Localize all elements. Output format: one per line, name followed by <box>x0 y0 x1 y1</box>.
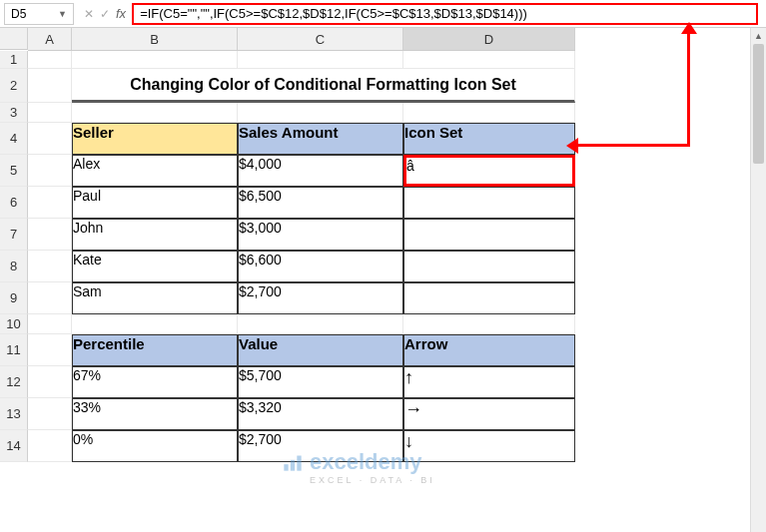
row-header-4[interactable]: 4 <box>0 123 28 155</box>
cell[interactable] <box>28 103 72 123</box>
icon-cell[interactable] <box>403 282 575 314</box>
header-arrow[interactable]: Arrow <box>403 334 575 366</box>
formula-input[interactable]: =IF(C5="","",IF(C5>=$C$12,$D$12,IF(C5>=$… <box>132 3 758 25</box>
callout-line <box>687 28 690 146</box>
vertical-scrollbar[interactable]: ▲ <box>750 28 766 532</box>
cell[interactable] <box>403 314 575 334</box>
column-header-row: A B C D <box>0 28 766 51</box>
scroll-thumb[interactable] <box>753 44 764 164</box>
select-all-corner[interactable] <box>0 28 28 50</box>
cell[interactable] <box>238 314 403 334</box>
seller-amount[interactable]: $3,000 <box>238 219 403 251</box>
row-header-1[interactable]: 1 <box>0 51 28 69</box>
row-header-3[interactable]: 3 <box>0 103 28 123</box>
formula-text: =IF(C5="","",IF(C5>=$C$12,$D$12,IF(C5>=$… <box>140 6 527 21</box>
row-header-5[interactable]: 5 <box>0 155 28 187</box>
row-header-2[interactable]: 2 <box>0 69 28 103</box>
cell[interactable] <box>28 251 72 282</box>
icon-cell[interactable] <box>403 187 575 219</box>
cell[interactable] <box>28 123 72 155</box>
seller-name[interactable]: Kate <box>72 251 238 282</box>
row-header-14[interactable]: 14 <box>0 430 28 462</box>
seller-name[interactable]: Alex <box>72 155 238 187</box>
row-header-8[interactable]: 8 <box>0 251 28 282</box>
cell[interactable] <box>28 366 72 398</box>
cell[interactable] <box>72 103 238 123</box>
header-percentile[interactable]: Percentile <box>72 334 238 366</box>
cell[interactable] <box>72 51 238 69</box>
seller-amount[interactable]: $6,500 <box>238 187 403 219</box>
row-header-9[interactable]: 9 <box>0 282 28 314</box>
chevron-down-icon[interactable]: ▼ <box>58 9 67 19</box>
row-header-6[interactable]: 6 <box>0 187 28 219</box>
selected-cell-d5[interactable]: â <box>403 155 575 187</box>
arrow-up-icon[interactable]: ↑ <box>403 366 575 398</box>
cell[interactable] <box>403 103 575 123</box>
icon-cell[interactable] <box>403 219 575 251</box>
cell[interactable] <box>403 51 575 69</box>
pct-cell[interactable]: 33% <box>72 398 238 430</box>
name-box-value: D5 <box>11 7 26 21</box>
page-title[interactable]: Changing Color of Conditional Formatting… <box>72 69 575 103</box>
pct-cell[interactable]: 67% <box>72 366 238 398</box>
name-box[interactable]: D5 ▼ <box>4 3 74 25</box>
cell[interactable] <box>28 430 72 462</box>
cell[interactable] <box>238 51 403 69</box>
seller-amount[interactable]: $6,600 <box>238 251 403 282</box>
scroll-up-icon[interactable]: ▲ <box>751 28 766 44</box>
formula-bar: D5 ▼ ✕ ✓ fx =IF(C5="","",IF(C5>=$C$12,$D… <box>0 0 766 28</box>
formula-toolbar: ✕ ✓ fx <box>78 6 132 21</box>
fx-icon[interactable]: fx <box>116 6 126 21</box>
enter-icon[interactable]: ✓ <box>100 7 110 21</box>
cell[interactable] <box>28 69 72 103</box>
cell[interactable] <box>28 314 72 334</box>
row-header-11[interactable]: 11 <box>0 334 28 366</box>
callout-arrowhead-icon <box>681 22 697 34</box>
cell[interactable] <box>238 103 403 123</box>
cell[interactable] <box>28 282 72 314</box>
col-header-d[interactable]: D <box>403 28 575 50</box>
logo-icon <box>280 449 306 475</box>
arrow-right-icon[interactable]: → <box>403 398 575 430</box>
svg-rect-0 <box>284 464 288 471</box>
row-header-10[interactable]: 10 <box>0 314 28 334</box>
row-header-7[interactable]: 7 <box>0 219 28 251</box>
row-header-12[interactable]: 12 <box>0 366 28 398</box>
seller-name[interactable]: John <box>72 219 238 251</box>
cell[interactable] <box>72 314 238 334</box>
seller-name[interactable]: Paul <box>72 187 238 219</box>
seller-amount[interactable]: $4,000 <box>238 155 403 187</box>
cell[interactable] <box>28 187 72 219</box>
col-header-a[interactable]: A <box>28 28 72 50</box>
seller-name[interactable]: Sam <box>72 282 238 314</box>
cell[interactable] <box>28 155 72 187</box>
header-value[interactable]: Value <box>238 334 403 366</box>
callout-line <box>575 144 690 147</box>
cell[interactable] <box>28 51 72 69</box>
cancel-icon[interactable]: ✕ <box>84 7 94 21</box>
watermark-sub: EXCEL · DATA · BI <box>310 475 435 485</box>
callout-arrowhead-icon <box>566 138 578 154</box>
spreadsheet-grid: 1 2 3 4 5 6 7 8 9 10 11 12 13 14 Changin… <box>0 51 766 462</box>
header-sales[interactable]: Sales Amount <box>238 123 403 155</box>
pct-cell[interactable]: 0% <box>72 430 238 462</box>
header-seller[interactable]: Seller <box>72 123 238 155</box>
row-header-13[interactable]: 13 <box>0 398 28 430</box>
svg-rect-1 <box>291 460 295 471</box>
cell[interactable] <box>28 219 72 251</box>
header-icon[interactable]: Icon Set <box>403 123 575 155</box>
col-header-b[interactable]: B <box>72 28 238 50</box>
value-cell[interactable]: $5,700 <box>238 366 403 398</box>
watermark-title: exceldemy <box>310 449 422 475</box>
seller-amount[interactable]: $2,700 <box>238 282 403 314</box>
svg-rect-2 <box>297 456 301 471</box>
cell[interactable] <box>28 334 72 366</box>
icon-cell[interactable] <box>403 251 575 282</box>
value-cell[interactable]: $3,320 <box>238 398 403 430</box>
row-headers: 1 2 3 4 5 6 7 8 9 10 11 12 13 14 <box>0 51 28 462</box>
cell[interactable] <box>28 398 72 430</box>
col-header-c[interactable]: C <box>238 28 403 50</box>
watermark: exceldemy EXCEL · DATA · BI <box>280 449 435 485</box>
